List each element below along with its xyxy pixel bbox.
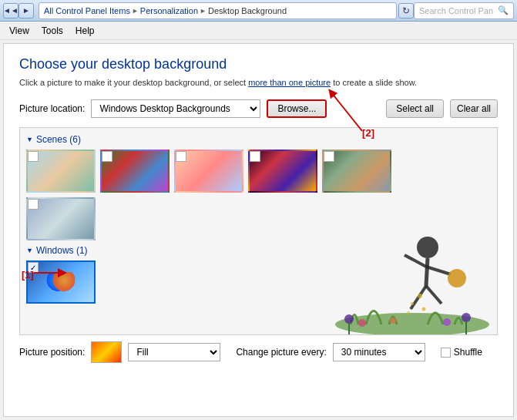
main-panel: softwareok.com Choose your desktop backg… xyxy=(3,43,514,417)
change-label: Change picture every: xyxy=(236,347,326,358)
location-label: Picture location: xyxy=(19,103,85,114)
thumb-item[interactable] xyxy=(26,150,96,193)
thumb-item[interactable] xyxy=(248,150,317,193)
svg-point-13 xyxy=(411,302,414,305)
breadcrumb-item: Desktop Background xyxy=(208,6,287,15)
browse-button[interactable]: Browse... xyxy=(267,99,327,118)
subtitle-link[interactable]: more than one picture xyxy=(248,78,331,87)
location-dropdown-wrap[interactable]: Windows Desktop Backgrounds xyxy=(91,99,260,118)
search-placeholder: Search Control Pan xyxy=(419,6,493,15)
thumb-item[interactable] xyxy=(26,197,96,240)
svg-point-4 xyxy=(443,318,451,326)
svg-point-3 xyxy=(390,318,396,324)
select-all-button[interactable]: Select all xyxy=(386,99,444,118)
category-arrow-icon: ▼ xyxy=(26,247,33,254)
breadcrumb[interactable]: All Control Panel Items ► Personalizatio… xyxy=(39,2,397,19)
category-windows-label: Windows (1) xyxy=(36,245,88,256)
location-row: Picture location: Windows Desktop Backgr… xyxy=(19,99,498,118)
category-arrow-icon: ▼ xyxy=(26,136,33,143)
thumb-checkbox-3[interactable] xyxy=(176,151,186,162)
change-group: Change picture every: 30 minutes xyxy=(236,343,425,361)
bg-figure xyxy=(327,128,497,335)
titlebar: ◄◄ ► All Control Panel Items ► Personali… xyxy=(0,0,517,22)
thumb-checkbox-4[interactable] xyxy=(250,151,260,162)
image-grid[interactable]: ▼ Scenes (6) xyxy=(19,127,498,335)
menu-tools[interactable]: Tools xyxy=(35,24,69,38)
breadcrumb-item: Personalization xyxy=(140,6,198,15)
breadcrumb-item: All Control Panel Items xyxy=(44,6,130,15)
menu-help[interactable]: Help xyxy=(69,24,101,38)
shuffle-row: Shuffle xyxy=(441,347,482,358)
svg-point-15 xyxy=(407,311,410,314)
svg-line-10 xyxy=(426,286,441,304)
breadcrumb-sep: ► xyxy=(200,7,206,15)
bottom-controls: Picture position: Fill Change picture ev… xyxy=(19,341,498,363)
shuffle-checkbox[interactable] xyxy=(441,348,451,358)
position-select[interactable]: Fill xyxy=(128,343,220,361)
category-scenes-label: Scenes (6) xyxy=(36,134,81,145)
thumb-checkbox-2[interactable] xyxy=(102,151,112,162)
svg-point-18 xyxy=(462,313,471,322)
thumb-checkbox-6[interactable] xyxy=(28,199,39,210)
search-icon: 🔍 xyxy=(498,5,509,15)
thumb-item[interactable] xyxy=(100,150,170,193)
page-title: Choose your desktop background xyxy=(19,56,498,72)
shuffle-label: Shuffle xyxy=(454,347,482,358)
svg-point-2 xyxy=(358,319,366,327)
thumb-checkbox-win[interactable]: ✓ xyxy=(28,262,39,273)
change-select[interactable]: 30 minutes xyxy=(333,343,425,361)
svg-point-11 xyxy=(448,269,466,287)
svg-point-12 xyxy=(418,294,422,298)
breadcrumb-sep: ► xyxy=(132,7,139,15)
search-box[interactable]: Search Control Pan 🔍 xyxy=(414,2,514,19)
thumb-item[interactable]: ✓ xyxy=(26,260,96,304)
location-select[interactable]: Windows Desktop Backgrounds xyxy=(91,99,260,118)
thumb-item[interactable] xyxy=(174,150,243,193)
subtitle: Click a picture to make it your desktop … xyxy=(19,77,498,89)
position-label: Picture position: xyxy=(19,347,85,358)
back-button[interactable]: ◄◄ xyxy=(3,3,18,18)
svg-line-8 xyxy=(426,267,451,274)
forward-button[interactable]: ► xyxy=(18,3,34,18)
svg-point-14 xyxy=(422,307,426,311)
svg-line-6 xyxy=(426,258,428,286)
position-preview xyxy=(91,341,122,363)
svg-point-5 xyxy=(417,237,438,258)
menubar: View Tools Help xyxy=(0,22,517,40)
clear-all-button[interactable]: Clear all xyxy=(450,99,498,118)
refresh-button[interactable]: ↻ xyxy=(398,3,414,18)
menu-view[interactable]: View xyxy=(3,24,35,38)
svg-point-16 xyxy=(344,314,354,324)
position-group: Picture position: Fill xyxy=(19,341,220,363)
thumb-checkbox-1[interactable] xyxy=(28,151,39,162)
